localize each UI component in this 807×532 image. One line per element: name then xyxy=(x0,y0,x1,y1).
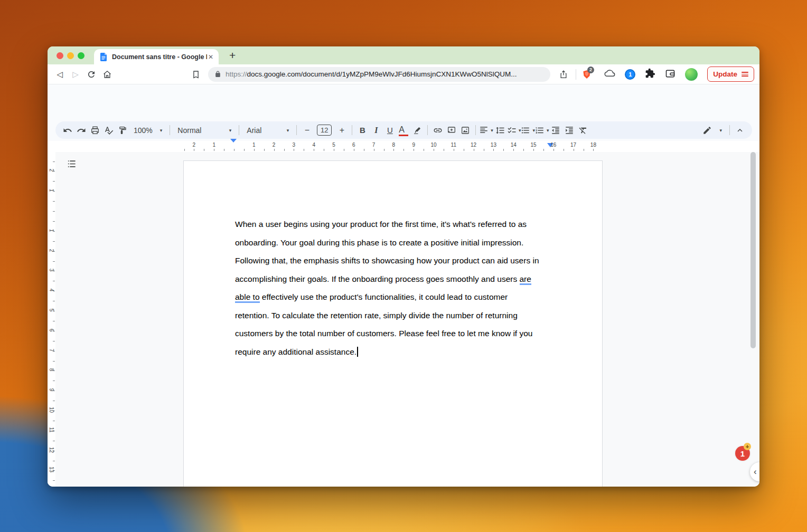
decrease-font-size-button[interactable]: − xyxy=(300,124,314,137)
ruler-tick xyxy=(53,181,55,182)
cloud-sync-icon[interactable] xyxy=(604,68,615,81)
ruler-tick xyxy=(53,261,55,262)
add-comment-button[interactable] xyxy=(445,124,458,137)
ruler-number: 2 xyxy=(269,142,279,148)
show-side-panel-button[interactable]: ‹ xyxy=(750,462,759,481)
paint-format-button[interactable] xyxy=(116,124,129,137)
document-line[interactable]: accomplishing their goals. If the onboar… xyxy=(235,270,539,289)
increase-font-size-button[interactable]: + xyxy=(335,124,349,137)
ruler-tick xyxy=(194,149,194,151)
document-line[interactable]: able to effectively use the product's fu… xyxy=(235,288,539,307)
document-line[interactable]: require any additional assistance. xyxy=(235,343,539,362)
suggestion-underline: are xyxy=(520,274,531,285)
ruler-tick xyxy=(53,401,55,401)
ruler-number: 5 xyxy=(49,305,54,316)
insert-image-button[interactable] xyxy=(458,124,472,137)
ruler-number: 2 xyxy=(49,245,54,255)
ruler-number: 4 xyxy=(308,142,319,148)
print-button[interactable] xyxy=(88,124,102,137)
browser-profile-avatar[interactable] xyxy=(685,68,698,81)
chevron-down-icon: ▾ xyxy=(719,128,722,133)
ruler-tick xyxy=(404,149,404,151)
underline-button[interactable]: U xyxy=(383,124,397,137)
text-run: effectively use the product's functional… xyxy=(260,292,508,301)
zoom-select[interactable]: 100%▾ xyxy=(129,124,166,137)
bold-button[interactable]: B xyxy=(355,124,369,137)
bookmark-icon[interactable] xyxy=(188,69,204,79)
ruler-tick xyxy=(464,149,464,151)
browser-window: Document sans titre - Google D ✕ + ◁ ▷ h… xyxy=(48,46,759,487)
undo-button[interactable] xyxy=(61,124,74,137)
onepassword-icon[interactable]: 1 xyxy=(625,69,635,80)
ruler-tick xyxy=(314,149,314,151)
home-button[interactable] xyxy=(99,69,115,79)
document-text[interactable]: When a user begins using your product fo… xyxy=(235,215,539,361)
scrollbar-thumb[interactable] xyxy=(750,152,756,348)
vertical-ruler[interactable]: 2112345678910111213 xyxy=(48,152,55,487)
browser-toolbar: ◁ ▷ https://docs.google.com/document/d/1… xyxy=(48,64,759,84)
browser-tab[interactable]: Document sans titre - Google D ✕ xyxy=(94,49,219,64)
clear-formatting-button[interactable] xyxy=(576,124,590,137)
ruler-number: 1 xyxy=(209,142,219,148)
document-line[interactable]: customers by the total number of custome… xyxy=(235,325,539,343)
reload-button[interactable] xyxy=(83,69,99,79)
document-line[interactable]: onboarding. Your goal during this phase … xyxy=(235,234,539,252)
chevron-down-icon: ▾ xyxy=(229,128,232,133)
ruler-tick xyxy=(53,281,55,281)
text-color-letter: A xyxy=(399,126,408,136)
extensions-puzzle-icon[interactable] xyxy=(645,68,655,81)
hide-menus-button[interactable] xyxy=(733,124,747,137)
horizontal-ruler[interactable]: 21123456789101112131415161718 xyxy=(48,141,759,152)
document-outline-icon[interactable] xyxy=(67,159,77,171)
line-spacing-button[interactable] xyxy=(493,124,507,137)
docs-toolbar-row: 100%▾ Normal▾ Arial▾ − 12 + B I U A ▾ ▾ … xyxy=(48,119,759,141)
text-color-button[interactable]: A xyxy=(397,124,410,137)
ruler-number: 13 xyxy=(488,142,499,148)
ruler-tick xyxy=(53,221,55,222)
italic-button[interactable]: I xyxy=(369,124,383,137)
notification-badge[interactable]: 1 + xyxy=(735,446,750,461)
document-line[interactable]: retention. To calculate the retention ra… xyxy=(235,307,539,325)
share-page-icon[interactable] xyxy=(556,69,571,79)
window-close-button[interactable] xyxy=(57,52,63,59)
window-minimize-button[interactable] xyxy=(67,52,74,59)
align-button[interactable]: ▾ xyxy=(479,124,493,137)
brave-shield-icon[interactable]: 2 xyxy=(580,69,593,79)
insert-link-button[interactable] xyxy=(431,124,445,137)
highlight-color-button[interactable] xyxy=(410,124,424,137)
editing-mode-button[interactable]: ▾ xyxy=(698,124,726,137)
numbered-list-button[interactable]: ▾ xyxy=(535,124,549,137)
decrease-indent-button[interactable] xyxy=(549,124,562,137)
ruler-number: 2 xyxy=(189,142,199,148)
update-button[interactable]: Update xyxy=(707,66,754,82)
wallet-icon[interactable] xyxy=(665,68,675,81)
ruler-number: 7 xyxy=(369,142,379,148)
new-tab-button[interactable]: + xyxy=(226,48,239,63)
document-page[interactable]: When a user begins using your product fo… xyxy=(183,160,603,487)
increase-indent-button[interactable] xyxy=(562,124,576,137)
window-zoom-button[interactable] xyxy=(78,52,85,59)
font-size-input[interactable]: 12 xyxy=(317,125,332,136)
redo-button[interactable] xyxy=(74,124,88,137)
styles-select[interactable]: Normal▾ xyxy=(173,124,236,137)
spell-check-button[interactable] xyxy=(102,124,116,137)
ruler-number: 14 xyxy=(508,142,519,148)
ruler-number: 8 xyxy=(49,365,54,375)
font-select[interactable]: Arial▾ xyxy=(242,124,293,137)
ruler-tick xyxy=(274,149,275,151)
address-bar[interactable]: https://docs.google.com/document/d/1yMZp… xyxy=(208,67,550,82)
bulleted-list-button[interactable]: ▾ xyxy=(521,124,535,137)
document-canvas: 2112345678910111213 When a user begins u… xyxy=(48,152,759,487)
forward-button[interactable]: ▷ xyxy=(68,70,83,79)
back-button[interactable]: ◁ xyxy=(52,70,68,79)
document-line[interactable]: When a user begins using your product fo… xyxy=(235,215,539,234)
checklist-button[interactable]: ▾ xyxy=(507,124,521,137)
document-line[interactable]: Following that, the emphasis shifts to s… xyxy=(235,252,539,270)
ruler-tick xyxy=(374,149,374,151)
url-text: https://docs.google.com/document/d/1yMZp… xyxy=(226,70,517,78)
ruler-number: 12 xyxy=(49,444,54,455)
update-label: Update xyxy=(713,70,737,78)
tab-close-icon[interactable]: ✕ xyxy=(207,53,214,61)
ruler-number: 10 xyxy=(49,405,54,415)
ruler-number: 1 xyxy=(49,225,54,235)
